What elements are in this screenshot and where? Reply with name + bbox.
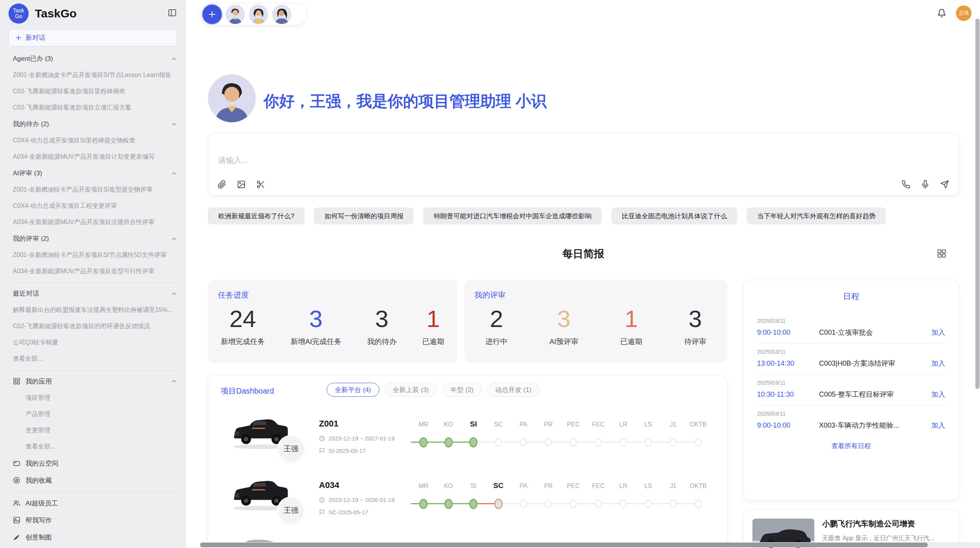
chevron-up-icon [171, 235, 178, 242]
recent-chat-item[interactable]: 公司Q3轻卡销量 [13, 334, 178, 351]
sidebar-item[interactable]: Z001-全新燃油皮卡产品开发项目SI节点Lesson Learn报告 [13, 67, 178, 83]
news-title: 小鹏飞行汽车制造公司增资 [822, 519, 935, 529]
layout-grid-icon[interactable] [937, 248, 947, 259]
tab-model-year[interactable]: 年型 (2) [442, 383, 482, 397]
tab-new-body[interactable]: 全新上装 (3) [385, 383, 437, 397]
tab-new-platform[interactable]: 全新平台 (4) [327, 383, 379, 397]
suggestion-chip[interactable]: 欧洲新规最近颁布了什么? [208, 207, 305, 224]
plus-icon [208, 10, 216, 19]
milestone-label: MR [411, 483, 436, 490]
milestone-dot [595, 500, 602, 508]
project-name: Z001 [319, 419, 338, 429]
milestone-label: KO [436, 421, 461, 428]
horizontal-scrollbar-thumb[interactable] [200, 543, 928, 547]
join-button[interactable]: 加入 [931, 421, 945, 430]
stat-in-progress: 2进行中 [485, 306, 507, 347]
vertical-scrollbar-thumb[interactable] [975, 19, 980, 389]
milestone-dot [620, 500, 627, 508]
avatar[interactable] [249, 5, 268, 24]
milestone-dot [520, 438, 527, 447]
suggestion-chip[interactable]: 特朗普可能对进口汽车增税会对中国车企造成哪些影响 [423, 207, 602, 224]
section-header-agent-done[interactable]: Agent已办 (3) [13, 50, 178, 67]
suggestion-chip[interactable]: 如何写一份清晰的项目周报 [314, 207, 414, 224]
view-all-chats-link[interactable]: 查看全部... [13, 351, 178, 367]
milestone-label: FEC [586, 421, 611, 428]
suggestion-chip[interactable]: 当下年轻人对汽车外观有怎样的喜好趋势 [747, 207, 886, 224]
collapse-sidebar-icon[interactable] [168, 8, 177, 19]
join-button[interactable]: 加入 [931, 328, 945, 337]
sidebar-item-help-me-write[interactable]: 帮我写作 [13, 512, 178, 529]
attachment-icon[interactable] [218, 180, 226, 189]
sidebar-item[interactable]: C0X4-动力总成开发项目工程变更评审 [13, 198, 178, 214]
app-item-project-mgmt[interactable]: 项目管理 [13, 390, 178, 406]
recent-chat-item[interactable]: C02-飞腾新能源轻客改款项目的闭环通告反馈情况 [13, 318, 178, 334]
milestone-dot [420, 437, 428, 447]
card-title: 我的评审 [464, 280, 727, 300]
notification-bell-icon[interactable] [937, 9, 946, 18]
join-button[interactable]: 加入 [931, 390, 945, 399]
stat-my-todo: 3我的待办 [367, 306, 397, 347]
user-avatar-badge[interactable]: 王强 [956, 5, 971, 21]
sidebar-item-cloud-space[interactable]: 我的云空间 [13, 455, 178, 472]
milestone-dot [520, 500, 527, 508]
sidebar-item[interactable]: C02-飞腾新能源轻客改款项目立项汇报方案 [13, 99, 178, 116]
chat-input[interactable] [218, 156, 684, 165]
stat-pending-review: 3待评审 [684, 306, 706, 347]
sidebar-item[interactable]: Z001-全新燃油轻卡产品开发项目SI节点属性5D文件评审 [13, 247, 178, 263]
milestone-label: LR [611, 421, 636, 428]
app-item-product-mgmt[interactable]: 产品管理 [13, 406, 178, 422]
section-header-my-review[interactable]: 我的评审 (2) [13, 230, 178, 247]
scissors-icon[interactable] [256, 180, 265, 189]
milestone-dot [595, 438, 602, 447]
sidebar-item[interactable]: A034-全新新能源MUV产品开发项目造型可行性评审 [13, 263, 178, 279]
new-chat-button[interactable]: 新对话 [9, 29, 177, 46]
sidebar-item-creative-drawing[interactable]: 创意制图 [13, 529, 178, 546]
sidebar-item[interactable]: C02-飞腾新能源轻客改款项目里程碑画布 [13, 83, 178, 99]
sidebar-item[interactable]: A034-全新新能源MUV产品开发项目法规符合性评审 [13, 214, 178, 230]
milestone-dot [645, 500, 652, 508]
milestone-label: PEC [561, 421, 586, 428]
sidebar-item-my-apps[interactable]: 我的应用 [13, 373, 178, 390]
section-header-ai-review[interactable]: AI评审 (3) [13, 165, 178, 182]
sidebar-item-ai-super-staff[interactable]: AI超级员工 [13, 495, 178, 512]
stat-new-completed: 24新增完成任务 [221, 306, 265, 347]
app-item-change-mgmt[interactable]: 变更管理 [13, 422, 178, 438]
view-all-schedule-link[interactable]: 查看所有日程 [757, 436, 945, 456]
milestone-dot [469, 437, 478, 447]
card-title: 任务进度 [208, 280, 457, 300]
sidebar-item-favorites[interactable]: 我的收藏 [13, 472, 178, 489]
milestone-dot [495, 438, 502, 447]
milestone-label: LS [636, 483, 661, 490]
join-button[interactable]: 加入 [931, 359, 945, 368]
sidebar-item[interactable]: Z001-全新燃油轻卡产品开发项目SI造型提交物评审 [13, 182, 178, 198]
horizontal-scrollbar[interactable] [200, 542, 980, 548]
project-row-z001[interactable]: 王强 Z001 2023-12-19 ~ 2027-01-19 SI-2025-… [208, 413, 727, 471]
stat-new-ai-completed: 3新增AI完成任务 [290, 306, 341, 347]
milestone-label: PA [511, 421, 536, 428]
microphone-icon[interactable] [921, 180, 930, 189]
suggestion-chip[interactable]: 比亚迪全固态电池计划具体说了什么 [611, 207, 737, 224]
daily-brief-title: 每日简报 [208, 247, 959, 261]
avatar[interactable] [272, 5, 291, 24]
project-row-a034[interactable]: 王强 A034 2023-12-19 ~ 2026-01-19 SC-2025-… [208, 474, 727, 533]
milestone-label: SC [486, 421, 511, 428]
new-session-button[interactable] [202, 5, 222, 24]
image-upload-icon[interactable] [237, 180, 246, 189]
section-header-recent-chats[interactable]: 最近对话 [13, 285, 178, 302]
tab-powertrain-dev[interactable]: 动总开发 (1) [487, 383, 540, 397]
new-chat-label: 新对话 [26, 33, 45, 42]
clock-icon [319, 497, 325, 503]
section-header-my-todo[interactable]: 我的待办 (2) [13, 116, 178, 132]
chevron-up-icon [171, 55, 178, 62]
star-circle-icon [13, 476, 21, 484]
milestone-dot [545, 500, 552, 508]
view-all-apps-link[interactable]: 查看全部... [13, 438, 178, 455]
avatar[interactable] [226, 5, 245, 24]
project-name: A034 [319, 480, 339, 490]
milestone-label-current: SC [486, 481, 511, 490]
recent-chat-item[interactable]: 解释最新出台的欧盟报废车法规再生塑料比例被调至15%... [13, 302, 178, 318]
send-icon[interactable] [940, 180, 949, 189]
sidebar-item[interactable]: A034-全新新能源MUV产品开发项目计划变更表编写 [13, 149, 178, 165]
phone-call-icon[interactable] [901, 180, 910, 189]
sidebar-item[interactable]: C0X4-动力总成开发项目SI里程碑提交物检查 [13, 132, 178, 149]
